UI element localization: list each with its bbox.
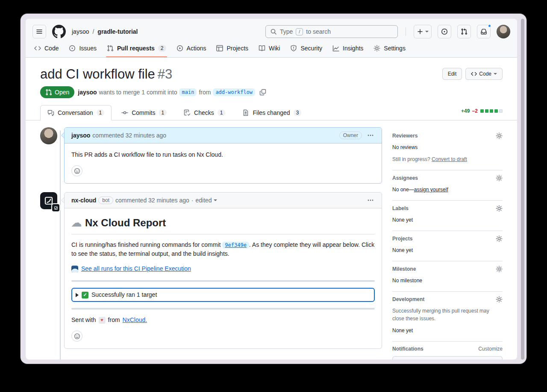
kebab-menu-button[interactable] [366, 196, 375, 205]
repo-tab-settings[interactable]: Settings [370, 41, 409, 57]
site-header: jaysoo / gradle-tutorial Type / to searc… [26, 19, 517, 58]
unread-notification-dot [488, 24, 491, 28]
section-title: Milestone [392, 266, 416, 272]
repo-tab-label: Wiki [269, 45, 280, 52]
issue-opened-icon [69, 45, 76, 52]
repo-tab-label: Insights [343, 45, 363, 52]
pr-author[interactable]: jaysoo [78, 89, 97, 96]
user-avatar[interactable] [497, 25, 510, 38]
page-title: add CI workflow file#3 [40, 66, 172, 82]
gear-icon[interactable] [496, 175, 503, 181]
gear-icon[interactable] [496, 205, 503, 212]
comment-meta[interactable]: commented 32 minutes ago [115, 197, 189, 204]
copy-branch-button[interactable] [259, 88, 267, 97]
assign-yourself-link[interactable]: assign yourself [414, 187, 448, 193]
edited-label: edited [195, 197, 212, 204]
global-pull-requests-button[interactable] [457, 25, 471, 38]
timeline-column: jaysoo commented 32 minutes ago Owner Th… [40, 127, 382, 360]
git-pull-request-icon [107, 45, 114, 52]
tab-label: Checks [194, 109, 214, 116]
repo-tab-issues[interactable]: Issues [65, 41, 100, 57]
tab-commits[interactable]: Commits 1 [114, 105, 174, 120]
section-title: Labels [392, 205, 409, 211]
development-empty: None yet [392, 327, 503, 334]
comment-meta[interactable]: commented 32 minutes ago [92, 132, 166, 139]
tab-count: 3 [294, 109, 302, 116]
breadcrumb: jaysoo / gradle-tutorial [72, 28, 138, 35]
gear-icon [373, 45, 380, 52]
repo-tab-insights[interactable]: Insights [329, 41, 367, 57]
comment-author[interactable]: nx-cloud [71, 197, 96, 204]
avatar[interactable] [40, 127, 57, 144]
kebab-horizontal-icon [367, 197, 374, 204]
commit-sha-link[interactable]: 9ef349e [222, 242, 249, 249]
pr-header: add CI workflow file#3 Edit Code Open ja… [26, 58, 517, 99]
head-branch-chip[interactable]: add-workflow [213, 88, 255, 96]
repo-nav-tabs: Code Issues Pull requests 2 Actions Proj… [26, 38, 517, 57]
repo-tab-pull-requests[interactable]: Pull requests 2 [103, 41, 170, 57]
gear-icon[interactable] [496, 132, 503, 139]
sidebar-section-labels: Labels None yet [392, 201, 503, 231]
pipeline-runs-link[interactable]: See all runs for this CI Pipeline Execut… [81, 264, 191, 273]
gear-icon[interactable] [496, 235, 503, 242]
tab-checks[interactable]: Checks 1 [176, 105, 232, 120]
repo-tab-label: Security [300, 45, 322, 52]
page-scrollbar[interactable] [521, 19, 524, 360]
table-icon [216, 45, 223, 52]
milestone-empty: No milestone [392, 277, 503, 284]
repo-tab-label: Issues [79, 45, 96, 52]
repo-tab-projects[interactable]: Projects [213, 41, 252, 57]
checklist-icon [184, 109, 191, 116]
tab-label: Files changed [253, 109, 290, 116]
repo-tab-actions[interactable]: Actions [173, 41, 210, 57]
diff-block [485, 109, 488, 113]
code-dropdown-button[interactable]: Code [465, 68, 503, 80]
add-reaction-button[interactable] [71, 331, 82, 342]
breadcrumb-repo[interactable]: gradle-tutorial [97, 28, 138, 35]
comment-author[interactable]: jaysoo [71, 132, 90, 139]
edit-button[interactable]: Edit [442, 68, 462, 80]
add-reaction-button[interactable] [71, 165, 82, 176]
nx-bot-badge [52, 204, 59, 211]
scrollbar-thumb[interactable] [521, 19, 524, 360]
nxcloud-link[interactable]: NxCloud. [123, 316, 147, 325]
report-heading-text: Nx Cloud Report [85, 215, 166, 231]
draft-hint-text: Still in progress? [392, 156, 430, 162]
chevron-down-icon [494, 73, 497, 75]
additions-count: +49 [461, 108, 470, 114]
repo-tab-label: Code [44, 45, 59, 52]
reviewers-empty: No reviews [392, 143, 503, 151]
base-branch-chip[interactable]: main [179, 88, 197, 96]
tab-conversation[interactable]: Conversation 1 [40, 105, 112, 120]
global-issues-button[interactable] [438, 25, 451, 38]
convert-to-draft-link[interactable]: Convert to draft [432, 156, 467, 162]
search-input[interactable]: Type / to search [265, 25, 398, 38]
create-new-button[interactable] [414, 25, 432, 38]
search-placeholder-pre: Type [280, 28, 293, 35]
assignees-empty-text: No one— [392, 187, 414, 193]
breadcrumb-owner[interactable]: jaysoo [72, 28, 89, 35]
gear-icon[interactable] [496, 266, 503, 272]
repo-tab-code[interactable]: Code [31, 41, 62, 57]
run-details-summary[interactable]: ✓ Successfully ran 1 target [71, 288, 375, 302]
nx-cloud-avatar[interactable] [40, 192, 57, 209]
repo-tab-label: Projects [226, 45, 248, 52]
sidebar-section-notifications: Notifications Customize Unsubscribe [392, 342, 503, 360]
sidebar-section-assignees: Assignees No one—assign yourself [392, 170, 503, 201]
gear-icon[interactable] [496, 296, 503, 303]
graph-icon [332, 45, 339, 52]
repo-tab-wiki[interactable]: Wiki [255, 41, 283, 57]
github-logo[interactable] [52, 25, 66, 38]
unsubscribe-button[interactable]: Unsubscribe [392, 356, 503, 360]
book-icon [259, 45, 265, 52]
merge-text: wants to merge 1 commit into [99, 89, 177, 96]
tab-files-changed[interactable]: Files changed 3 [235, 105, 309, 120]
edited-dropdown[interactable]: edited [195, 197, 217, 204]
customize-link[interactable]: Customize [478, 346, 503, 352]
repo-tab-security[interactable]: Security [287, 41, 326, 57]
hamburger-menu-button[interactable] [32, 25, 46, 38]
inbox-button[interactable] [477, 25, 491, 38]
kebab-menu-button[interactable] [366, 131, 375, 140]
comment-nx-cloud: nx-cloud bot commented 32 minutes ago · … [40, 192, 382, 349]
tab-count: 1 [218, 109, 226, 116]
